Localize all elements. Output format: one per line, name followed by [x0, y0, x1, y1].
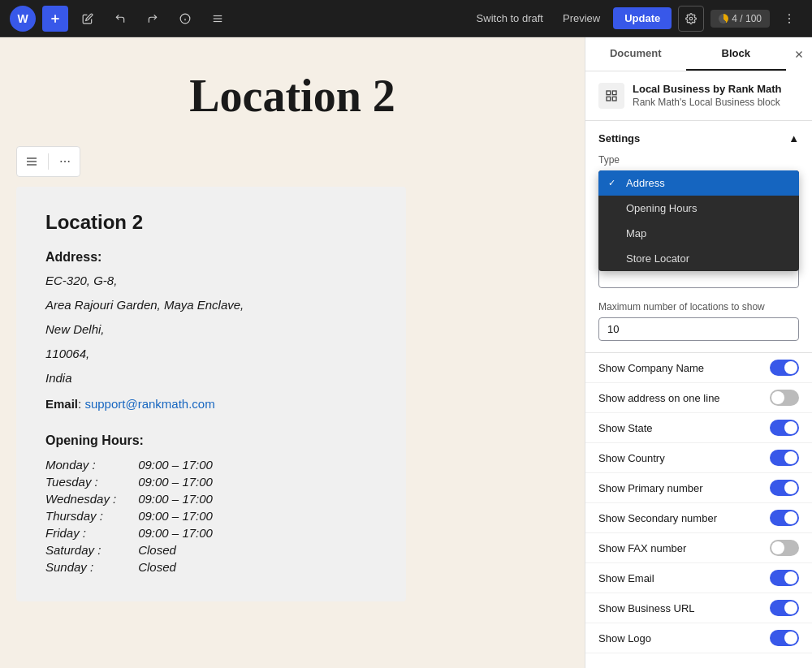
email-link[interactable]: support@rankmath.com [84, 397, 214, 411]
hours-row: Saturday : Closed [45, 543, 377, 557]
toggle-row: Show Secondary number [585, 503, 812, 533]
svg-rect-21 [612, 91, 616, 95]
type-option-opening-hours[interactable]: Opening Hours [598, 196, 799, 221]
max-locations-input[interactable] [598, 317, 799, 341]
svg-point-10 [788, 18, 790, 19]
type-label: Type [598, 154, 799, 166]
toggle-switch[interactable] [770, 390, 799, 406]
block-list-view-button[interactable] [19, 149, 45, 175]
toolbar-separator [48, 153, 49, 170]
main-area: Location 2 Location 2 Address: EC-320, G… [0, 37, 812, 668]
toggle-label: Show Logo [598, 632, 651, 644]
email-line: Email: support@rankmath.com [45, 394, 377, 414]
toggle-switch[interactable] [770, 510, 799, 526]
seo-score-badge[interactable]: 4 / 100 [710, 10, 770, 28]
settings-section: Settings ▲ Type ✓ Address Opening Hours [585, 121, 812, 353]
toggle-knob [784, 361, 797, 374]
switch-to-draft-button[interactable]: Switch to draft [470, 9, 550, 28]
svg-point-8 [690, 17, 693, 20]
address-line-4: 110064, [45, 344, 377, 364]
type-option-address[interactable]: ✓ Address [598, 170, 799, 196]
toggle-switch[interactable] [770, 630, 799, 646]
hours-section: Opening Hours: Monday : 09:00 – 17:00Tue… [45, 433, 377, 574]
redo-button[interactable] [140, 6, 166, 32]
type-option-store-locator[interactable]: Store Locator [598, 246, 799, 271]
type-dropdown-options[interactable]: ✓ Address Opening Hours Map Store Locato… [598, 170, 799, 271]
sidebar-tabs-row: Document Block [585, 37, 812, 71]
add-block-button[interactable] [42, 6, 68, 32]
hours-row: Monday : 09:00 – 17:00 [45, 458, 377, 472]
location-heading: Location 2 [45, 211, 377, 234]
hours-time: Closed [135, 560, 176, 574]
hours-day: Sunday : [45, 560, 135, 574]
toggle-knob [771, 541, 784, 554]
info-button[interactable] [172, 6, 198, 32]
block-name: Local Business by Rank Math [633, 83, 782, 95]
location-card: Location 2 Address: EC-320, G-8, Area Ra… [16, 187, 406, 601]
max-locations-label: Maximum number of locations to show [598, 301, 799, 312]
toggle-label: Show Email [598, 572, 654, 584]
toggle-knob [784, 571, 797, 584]
edit-button[interactable] [75, 6, 101, 32]
settings-header[interactable]: Settings ▲ [598, 132, 799, 144]
undo-button[interactable] [107, 6, 133, 32]
toggle-switch[interactable] [770, 540, 799, 556]
block-info-text: Local Business by Rank Math Rank Math's … [633, 83, 782, 108]
tab-document[interactable]: Document [585, 37, 686, 71]
toggle-label: Show State [598, 422, 653, 434]
block-more-button[interactable] [52, 149, 78, 175]
check-icon: ✓ [608, 178, 620, 188]
chevron-up-icon: ▲ [788, 132, 799, 144]
address-line-1: EC-320, G-8, [45, 271, 377, 291]
list-view-button[interactable] [205, 6, 231, 32]
update-button[interactable]: Update [613, 7, 672, 29]
hours-time: 09:00 – 17:00 [135, 509, 213, 523]
hours-day: Thursday : [45, 509, 135, 523]
hours-day: Wednesday : [45, 492, 135, 506]
toggle-switch[interactable] [770, 450, 799, 466]
hours-time: Closed [135, 543, 176, 557]
toggle-knob [784, 631, 797, 644]
toggle-switch[interactable] [770, 600, 799, 616]
svg-point-9 [788, 14, 790, 15]
hours-row: Thursday : 09:00 – 17:00 [45, 509, 377, 523]
svg-rect-22 [607, 97, 611, 101]
toggle-switch[interactable] [770, 480, 799, 496]
address-line-5: India [45, 368, 377, 388]
toggle-switch[interactable] [770, 570, 799, 586]
type-option-map[interactable]: Map [598, 221, 799, 246]
toggle-label: Show Business URL [598, 602, 695, 614]
hours-day: Saturday : [45, 543, 135, 557]
toggle-row: Show Logo [585, 623, 812, 653]
toggle-row: Show State [585, 413, 812, 443]
hours-row: Sunday : Closed [45, 560, 377, 574]
max-locations-wrapper: Maximum number of locations to show [598, 301, 799, 341]
hours-time: 09:00 – 17:00 [135, 475, 213, 489]
toggle-knob [771, 391, 784, 404]
block-info: Local Business by Rank Math Rank Math's … [585, 71, 812, 121]
toggle-label: Show Country [598, 452, 665, 464]
toggle-switch[interactable] [770, 420, 799, 436]
email-label: Email [45, 397, 78, 411]
more-options-button[interactable] [776, 6, 802, 32]
toggle-row: Show Country [585, 443, 812, 473]
settings-gear-button[interactable] [678, 6, 704, 32]
toggle-switch[interactable] [770, 360, 799, 376]
sidebar-close-button[interactable] [786, 41, 812, 67]
hours-time: 09:00 – 17:00 [135, 458, 213, 472]
toggle-label: Show Secondary number [598, 512, 717, 524]
preview-button[interactable]: Preview [556, 9, 607, 28]
editor-canvas: Location 2 Location 2 Address: EC-320, G… [0, 37, 585, 668]
toggle-row: Show address on one line [585, 383, 812, 413]
type-option-address-label: Address [626, 177, 665, 189]
toggle-label: Show FAX number [598, 542, 686, 554]
svg-point-11 [788, 21, 790, 23]
sidebar-tabs: Document Block [585, 37, 786, 71]
page-title: Location 2 [16, 70, 568, 122]
settings-label: Settings [598, 132, 640, 144]
address-section: Address: EC-320, G-8, Area Rajouri Garde… [45, 250, 377, 414]
toggle-row: Show Company Name [585, 353, 812, 383]
tab-block[interactable]: Block [686, 37, 787, 71]
hours-heading: Opening Hours: [45, 433, 377, 448]
address-line-3: New Delhi, [45, 320, 377, 339]
